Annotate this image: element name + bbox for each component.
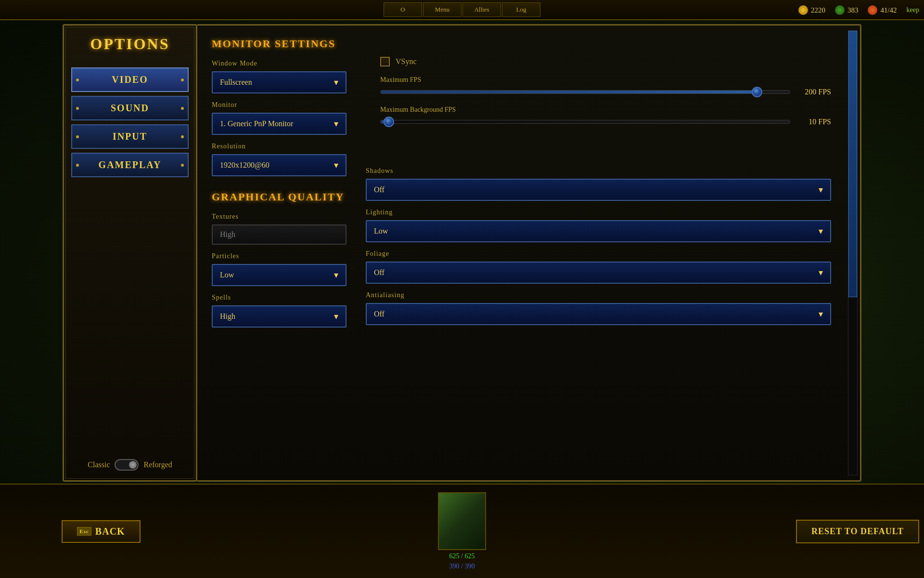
monitor-settings-section: MONITOR SETTINGS Window Mode Fullscreen …: [212, 38, 346, 176]
textures-input: High: [212, 224, 346, 245]
max-bg-fps-slider-row: 10 FPS: [380, 118, 831, 126]
lighting-group: Lighting Low ▾: [366, 209, 831, 242]
monitor-label: Monitor: [212, 101, 346, 109]
options-title: OPTIONS: [90, 35, 169, 53]
shadows-dropdown[interactable]: Off ▾: [366, 179, 831, 201]
spells-label: Spells: [212, 294, 346, 302]
max-fps-fill: [381, 91, 757, 93]
hero-mp: 390 / 390: [449, 563, 475, 570]
textures-group: Textures High: [212, 213, 346, 245]
food-icon: [868, 5, 877, 15]
resolution-group: Resolution 924x578@60 ▾: [212, 143, 346, 176]
top-hud: O Menu Allies Log 2220 383 41/42 keep: [0, 0, 924, 20]
monitor-dropdown[interactable]: 1. Generic PnP Monitor ▾: [212, 113, 346, 135]
particles-group: Particles Low ▾: [212, 252, 346, 286]
lumber-icon: [835, 5, 845, 15]
max-bg-fps-setting: Maximum Background FPS 10 FPS: [380, 106, 831, 126]
graphical-quality-title: GRAPHICAL QUALITY: [212, 191, 346, 203]
particles-value: Low: [220, 271, 234, 279]
shadows-group: Shadows Off ▾: [366, 167, 831, 201]
foliage-value: Off: [374, 268, 385, 277]
bottom-left: Esc BACK: [0, 485, 202, 578]
monitor-value: 1. Generic PnP Monitor: [220, 119, 293, 128]
window-mode-dropdown[interactable]: Fullscreen ▾: [212, 71, 346, 93]
particles-label: Particles: [212, 252, 346, 260]
max-bg-fps-label: Maximum Background FPS: [380, 106, 831, 114]
mode-toggle-switch[interactable]: [115, 459, 139, 471]
quality-right-column: Shadows Off ▾ Lighting Low ▾: [366, 141, 831, 325]
gold-value: 2220: [811, 6, 825, 14]
particles-arrow: ▾: [334, 270, 338, 280]
resolution-value: 924x578@60: [220, 161, 270, 170]
lumber-value: 383: [847, 6, 859, 14]
monitor-group: Monitor 1. Generic PnP Monitor ▾: [212, 101, 346, 135]
left-settings: MONITOR SETTINGS Window Mode Fullscreen …: [212, 38, 346, 328]
resolution-label: Resolution: [212, 143, 346, 150]
lighting-label: Lighting: [366, 209, 831, 216]
max-bg-fps-thumb[interactable]: [384, 117, 394, 127]
vsync-label: VSync: [396, 57, 417, 66]
max-bg-fps-track[interactable]: [380, 120, 790, 124]
particles-dropdown[interactable]: Low ▾: [212, 264, 346, 286]
spells-group: Spells High ▾: [212, 294, 346, 328]
max-fps-slider-row: 200 FPS: [380, 88, 831, 96]
hero-hp: 625 / 625: [449, 552, 475, 560]
bottom-hud: Esc BACK 625 / 625 390 / 390 RESET TO DE…: [0, 484, 924, 578]
foliage-dropdown[interactable]: Off ▾: [366, 262, 831, 284]
antialiasing-value: Off: [374, 310, 385, 318]
lighting-value: Low: [374, 227, 388, 236]
options-right-panel: MONITOR SETTINGS Window Mode Fullscreen …: [197, 24, 861, 482]
window-mode-value: Fullscreen: [220, 78, 252, 87]
nav-input-button[interactable]: INPUT: [71, 124, 189, 149]
options-left-panel: OPTIONS VIDEO SOUND INPUT GAMEPLAY Class…: [63, 24, 197, 482]
shadows-value: Off: [374, 185, 385, 194]
hud-button-menu[interactable]: Menu: [423, 2, 462, 17]
nav-gameplay-button[interactable]: GAMEPLAY: [71, 153, 189, 177]
spells-dropdown[interactable]: High ▾: [212, 305, 346, 328]
hud-button-allies[interactable]: Allies: [462, 2, 501, 17]
esc-badge: Esc: [77, 527, 91, 536]
back-button[interactable]: Esc BACK: [62, 520, 140, 543]
max-fps-track[interactable]: [380, 90, 790, 94]
scrollbar-track[interactable]: [848, 30, 858, 475]
spells-arrow: ▾: [334, 311, 338, 322]
max-fps-setting: Maximum FPS 200 FPS: [380, 76, 831, 96]
right-content: MONITOR SETTINGS Window Mode Fullscreen …: [212, 38, 846, 328]
shadows-arrow: ▾: [819, 184, 823, 195]
lighting-arrow: ▾: [819, 226, 823, 236]
lighting-dropdown[interactable]: Low ▾: [366, 220, 831, 242]
bottom-right: RESET TO DEFAULT: [722, 485, 924, 578]
window-mode-arrow: ▾: [334, 77, 338, 88]
antialiasing-dropdown[interactable]: Off ▾: [366, 303, 831, 325]
location-label: keep: [907, 6, 919, 14]
graphical-quality-section: GRAPHICAL QUALITY Textures High Particle…: [212, 191, 346, 328]
nav-video-button[interactable]: VIDEO: [71, 67, 189, 92]
resolution-arrow: ▾: [334, 160, 338, 171]
hero-portrait: [438, 492, 486, 550]
food-resource: 41/42: [868, 5, 897, 15]
lumber-resource: 383: [835, 5, 859, 15]
nav-sound-button[interactable]: SOUND: [71, 96, 189, 120]
back-label: BACK: [95, 526, 125, 537]
right-settings: VSync Maximum FPS 200 FPS: [366, 38, 831, 328]
toggle-knob: [129, 461, 137, 469]
reset-to-default-button[interactable]: RESET TO DEFAULT: [796, 520, 919, 543]
vsync-checkbox[interactable]: [380, 57, 390, 66]
options-dialog: OPTIONS VIDEO SOUND INPUT GAMEPLAY Class…: [63, 24, 861, 482]
reforged-label: Reforged: [143, 460, 172, 469]
max-fps-value: 200 FPS: [797, 88, 831, 96]
window-mode-group: Window Mode Fullscreen ▾: [212, 60, 346, 93]
hud-button-options[interactable]: O: [384, 2, 422, 17]
resolution-dropdown[interactable]: 924x578@60 ▾: [212, 154, 346, 176]
antialiasing-group: Antialiasing Off ▾: [366, 291, 831, 325]
foliage-group: Foliage Off ▾: [366, 250, 831, 284]
max-fps-label: Maximum FPS: [380, 76, 831, 84]
textures-label: Textures: [212, 213, 346, 221]
scrollbar-thumb[interactable]: [848, 31, 857, 297]
hud-button-log[interactable]: Log: [502, 2, 540, 17]
max-fps-thumb[interactable]: [752, 87, 762, 97]
gold-resource: 2220: [798, 5, 825, 15]
vsync-row: VSync: [380, 57, 831, 66]
foliage-arrow: ▾: [819, 267, 823, 278]
shadows-label: Shadows: [366, 167, 831, 175]
